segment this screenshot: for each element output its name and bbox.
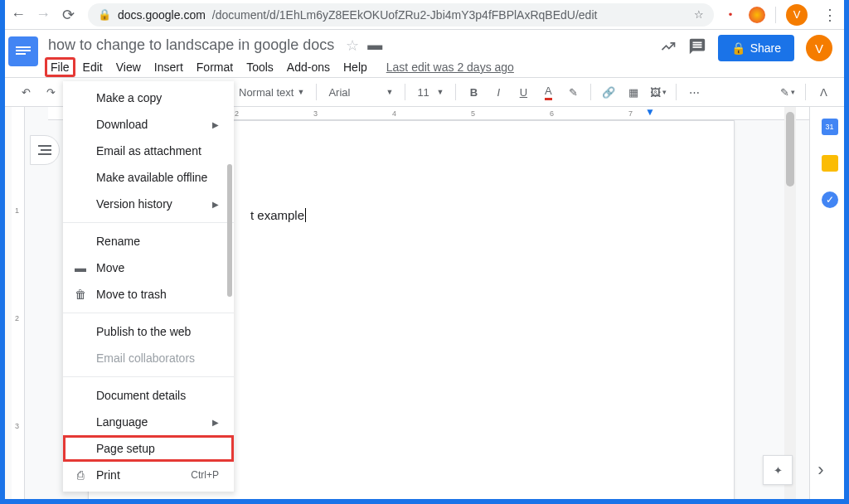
lock-icon: 🔒: [731, 41, 745, 55]
undo-button[interactable]: ↶: [15, 81, 36, 103]
menu-separator: [63, 376, 234, 377]
editing-mode-button[interactable]: ✎▾: [777, 81, 798, 103]
calendar-sidebar-icon[interactable]: 31: [822, 119, 838, 135]
folder-icon: ▬: [73, 260, 88, 275]
activity-icon[interactable]: [660, 38, 677, 59]
menu-make-a-copy[interactable]: Make a copy: [63, 85, 234, 111]
menu-separator: [63, 313, 234, 313]
menu-rename[interactable]: Rename: [63, 228, 234, 254]
share-label: Share: [750, 41, 781, 55]
redo-button[interactable]: ↷: [40, 81, 61, 103]
font-select[interactable]: Arial▼: [323, 86, 398, 99]
back-button[interactable]: ←: [7, 3, 30, 27]
explore-button[interactable]: ✦: [763, 455, 793, 485]
document-body-text[interactable]: t example: [250, 208, 306, 222]
menu-available-offline[interactable]: Make available offline: [63, 164, 234, 191]
tasks-sidebar-icon[interactable]: ✓: [822, 191, 838, 208]
lock-icon: 🔒: [98, 8, 111, 21]
extension-icon-2[interactable]: [749, 7, 765, 23]
share-button[interactable]: 🔒 Share: [718, 35, 794, 61]
indent-marker-icon[interactable]: ▼: [645, 107, 655, 118]
chevron-right-icon: ▶: [212, 120, 219, 129]
menu-publish-web[interactable]: Publish to the web: [63, 318, 234, 345]
file-menu-dropdown: Make a copy Download▶ Email as attachmen…: [63, 81, 234, 492]
insert-image-button[interactable]: 🖼▾: [648, 81, 669, 103]
hide-sidepanel-button[interactable]: ›: [806, 455, 836, 485]
side-panel: 31 ✓: [809, 107, 849, 500]
menu-move[interactable]: ▬Move: [63, 254, 234, 281]
star-icon[interactable]: ☆: [694, 8, 704, 21]
menu-move-to-trash[interactable]: 🗑Move to trash: [63, 281, 234, 308]
folder-icon[interactable]: ▬: [367, 36, 382, 54]
underline-button[interactable]: U: [512, 81, 534, 103]
reload-button[interactable]: ⟳: [56, 3, 80, 27]
star-document-icon[interactable]: ☆: [346, 36, 359, 55]
collapse-toolbar-button[interactable]: ᐱ: [813, 81, 834, 103]
browser-toolbar: ← → ⟳ 🔒 docs.google.com/document/d/1EhLm…: [0, 0, 849, 30]
menu-page-setup[interactable]: Page setup: [63, 435, 234, 462]
menu-document-details[interactable]: Document details: [63, 382, 234, 409]
chevron-right-icon: ▶: [212, 418, 219, 427]
menu-version-history[interactable]: Version history▶: [63, 191, 234, 217]
text-color-button[interactable]: A: [537, 81, 559, 103]
insert-comment-button[interactable]: ▦: [623, 81, 644, 103]
vertical-scrollbar[interactable]: [784, 107, 796, 500]
italic-button[interactable]: I: [488, 81, 509, 103]
address-bar[interactable]: 🔒 docs.google.com/document/d/1EhLm6yZ8EE…: [88, 3, 714, 27]
document-title[interactable]: how to change to landscape in google doc…: [45, 35, 337, 56]
menu-print[interactable]: ⎙PrintCtrl+P: [63, 462, 234, 488]
menu-download[interactable]: Download▶: [63, 111, 234, 138]
url-path: /document/d/1EhLm6yZ8EEkOKUofZRu2-Jbi4mY…: [212, 8, 598, 22]
menu-help[interactable]: Help: [337, 57, 373, 77]
paragraph-style-select[interactable]: Normal text▼: [234, 86, 309, 99]
menu-email-collaborators: Email collaborators: [63, 345, 234, 371]
insert-link-button[interactable]: 🔗: [598, 81, 619, 103]
chrome-menu-icon[interactable]: ⋮: [817, 6, 842, 24]
menu-tools[interactable]: Tools: [240, 57, 279, 77]
bold-button[interactable]: B: [463, 81, 484, 103]
menu-email-attachment[interactable]: Email as attachment: [63, 138, 234, 164]
account-avatar[interactable]: V: [806, 35, 832, 61]
vertical-ruler: 1 2 3: [12, 107, 25, 500]
more-tools-button[interactable]: ⋯: [683, 81, 705, 103]
menu-edit[interactable]: Edit: [77, 57, 109, 77]
menu-insert[interactable]: Insert: [148, 57, 189, 77]
forward-button[interactable]: →: [32, 3, 55, 27]
menu-bar: File Edit View Insert Format Tools Add-o…: [45, 57, 653, 77]
browser-avatar[interactable]: V: [786, 4, 808, 26]
comment-icon[interactable]: [688, 37, 706, 60]
docs-header: how to change to landscape in google doc…: [0, 30, 849, 77]
menu-format[interactable]: Format: [191, 57, 239, 77]
highlight-button[interactable]: ✎: [562, 81, 584, 103]
print-icon: ⎙: [73, 468, 88, 482]
trash-icon: 🗑: [73, 287, 88, 302]
extension-icon-1[interactable]: •: [722, 7, 739, 23]
last-edit-label[interactable]: Last edit was 2 days ago: [386, 61, 514, 74]
url-host: docs.google.com: [118, 8, 206, 22]
menu-view[interactable]: View: [110, 57, 147, 77]
menu-addons[interactable]: Add-ons: [281, 57, 336, 77]
menu-file[interactable]: File: [45, 57, 75, 77]
docs-logo[interactable]: [8, 36, 38, 66]
font-size-select[interactable]: 11▼: [412, 86, 449, 99]
keep-sidebar-icon[interactable]: [822, 155, 838, 172]
menu-separator: [63, 222, 234, 223]
menu-language[interactable]: Language▶: [63, 409, 234, 435]
chevron-right-icon: ▶: [212, 200, 219, 209]
